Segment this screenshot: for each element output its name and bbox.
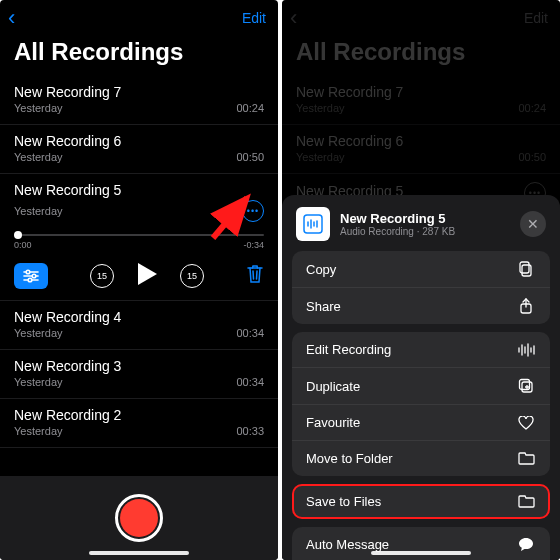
heart-icon [516, 416, 536, 430]
recording-row[interactable]: New Recording 7 Yesterday 00:24 [0, 76, 278, 125]
svg-marker-6 [138, 263, 157, 285]
svg-point-5 [28, 278, 32, 282]
record-button[interactable] [115, 494, 163, 542]
menu-duplicate[interactable]: Duplicate [292, 368, 550, 405]
waveform-icon [516, 343, 536, 357]
copy-icon [516, 261, 536, 277]
menu-label: Move to Folder [306, 451, 393, 466]
share-icon [516, 298, 536, 314]
home-indicator[interactable] [89, 551, 189, 555]
menu-label: Favourite [306, 415, 360, 430]
edit-button[interactable]: Edit [242, 10, 266, 26]
waveform-doc-icon [301, 212, 325, 236]
menu-favourite[interactable]: Favourite [292, 405, 550, 441]
recording-title: New Recording 7 [14, 84, 121, 100]
svg-line-9 [257, 271, 258, 279]
sheet-subtitle: Audio Recording · 287 KB [340, 226, 510, 237]
record-toolbar [0, 476, 278, 560]
svg-rect-17 [522, 265, 531, 276]
svg-point-1 [26, 270, 30, 274]
more-options-button[interactable]: ••• [242, 200, 264, 222]
sheet-header: New Recording 5 Audio Recording · 287 KB… [292, 205, 550, 251]
menu-label: Auto Message [306, 537, 389, 552]
recording-duration: 00:24 [236, 102, 264, 114]
recording-title: New Recording 6 [14, 133, 121, 149]
recording-title: New Recording 4 [14, 309, 121, 325]
recording-duration: 00:50 [236, 151, 264, 163]
record-icon [120, 499, 158, 537]
duplicate-icon [516, 378, 536, 394]
svg-rect-28 [520, 380, 530, 390]
scrubber-knob[interactable] [14, 231, 22, 239]
recording-date: Yesterday [14, 425, 63, 437]
chat-bubble-icon [516, 537, 536, 552]
menu-label: Edit Recording [306, 342, 391, 357]
recording-row[interactable]: New Recording 4 Yesterday 00:34 [0, 301, 278, 350]
recording-date: Yesterday [14, 376, 63, 388]
menu-auto-message[interactable]: Auto Message [292, 527, 550, 560]
menu-group: Copy Share [292, 251, 550, 324]
panel-recordings-list: ‹ Edit All Recordings New Recording 7 Ye… [0, 0, 278, 560]
home-indicator[interactable] [371, 551, 471, 555]
scrubber-time-end: -0:34 [243, 240, 264, 250]
folder-icon [516, 495, 536, 508]
svg-rect-18 [520, 262, 529, 273]
delete-button[interactable] [246, 264, 264, 288]
recordings-list: New Recording 7 Yesterday 00:24 New Reco… [0, 76, 278, 448]
menu-save-to-files[interactable]: Save to Files [292, 484, 550, 519]
recording-title: New Recording 2 [14, 407, 121, 423]
menu-group-highlighted: Save to Files [292, 484, 550, 519]
trash-icon [246, 264, 264, 284]
recording-date: Yesterday [14, 205, 63, 217]
recording-title: New Recording 3 [14, 358, 121, 374]
sheet-title: New Recording 5 [340, 211, 510, 226]
recording-row[interactable]: New Recording 3 Yesterday 00:34 [0, 350, 278, 399]
recording-duration: 00:34 [236, 376, 264, 388]
skip-forward-icon: 15 [180, 264, 204, 288]
sheet-close-button[interactable]: ✕ [520, 211, 546, 237]
play-button[interactable] [136, 262, 158, 290]
recording-duration: 00:34 [236, 327, 264, 339]
play-icon [136, 262, 158, 286]
recording-date: Yesterday [14, 151, 63, 163]
close-icon: ✕ [527, 216, 539, 232]
recording-thumb [296, 207, 330, 241]
recording-duration: 00:33 [236, 425, 264, 437]
recording-date: Yesterday [14, 102, 63, 114]
nav-bar: ‹ Edit [0, 0, 278, 32]
menu-share[interactable]: Share [292, 288, 550, 324]
recording-row[interactable]: New Recording 2 Yesterday 00:33 [0, 399, 278, 448]
svg-line-8 [253, 271, 254, 279]
skip-back-button[interactable]: 15 [90, 264, 114, 288]
recording-row-selected[interactable]: New Recording 5 Yesterday ••• 0:00 -0:34 [0, 174, 278, 256]
recording-row[interactable]: New Recording 6 Yesterday 00:50 [0, 125, 278, 174]
menu-label: Duplicate [306, 379, 360, 394]
menu-label: Save to Files [306, 494, 381, 509]
playback-controls: 15 15 [0, 256, 278, 301]
page-title: All Recordings [0, 32, 278, 76]
playback-scrubber[interactable] [14, 234, 264, 236]
panel-share-sheet: ‹ Edit All Recordings New Recording 7 Ye… [282, 0, 560, 560]
playback-options-button[interactable] [14, 263, 48, 289]
menu-edit-recording[interactable]: Edit Recording [292, 332, 550, 368]
back-chevron-icon[interactable]: ‹ [8, 7, 15, 29]
menu-copy[interactable]: Copy [292, 251, 550, 288]
ellipsis-icon: ••• [247, 207, 259, 216]
menu-group: Edit Recording Duplicate Favourite Move … [292, 332, 550, 476]
menu-move[interactable]: Move to Folder [292, 441, 550, 476]
recording-title: New Recording 5 [14, 182, 121, 198]
recording-date: Yesterday [14, 327, 63, 339]
menu-label: Copy [306, 262, 336, 277]
scrubber-time-start: 0:00 [14, 240, 32, 250]
folder-icon [516, 452, 536, 465]
svg-point-3 [32, 274, 36, 278]
sliders-icon [22, 269, 40, 283]
menu-label: Share [306, 299, 341, 314]
svg-rect-12 [304, 215, 322, 233]
menu-group: Auto Message Resize Image [292, 527, 550, 560]
skip-back-icon: 15 [90, 264, 114, 288]
skip-forward-button[interactable]: 15 [180, 264, 204, 288]
share-sheet: New Recording 5 Audio Recording · 287 KB… [282, 195, 560, 560]
